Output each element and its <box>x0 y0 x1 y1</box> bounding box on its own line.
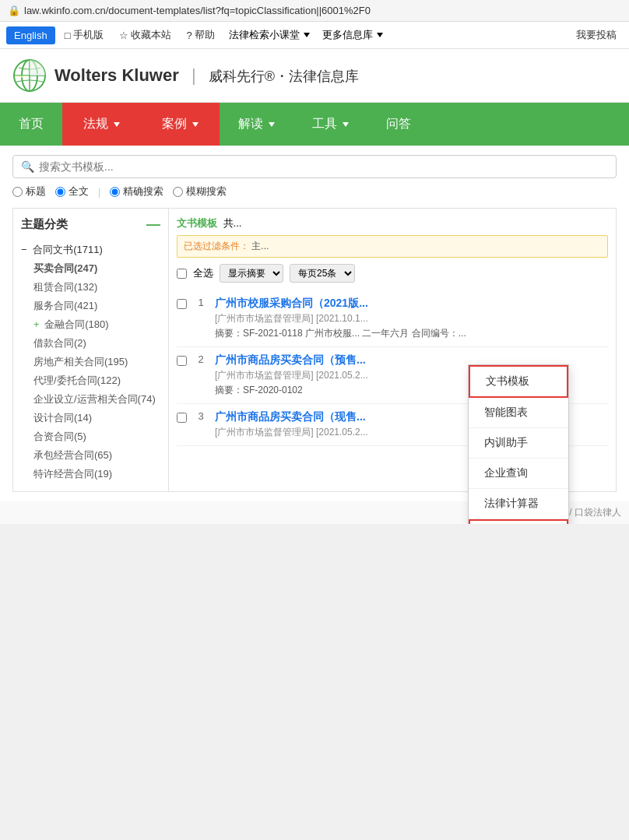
results-header: 文书模板 共... <box>177 216 608 230</box>
english-button[interactable]: English <box>6 26 55 44</box>
result-num-2: 2 <box>193 353 209 365</box>
collapse-icon[interactable]: — <box>146 216 160 233</box>
result-item-1: 1 广州市校服采购合同（2021版... [广州市市场监督管理局] [2021.… <box>177 290 608 347</box>
result-num-3: 3 <box>193 410 209 422</box>
top-utility-bar: English □ 手机版 ☆ 收藏本站 ? 帮助 法律检索小课堂 更多信息库 … <box>0 22 629 49</box>
nav-cases[interactable]: 案例 <box>141 103 220 146</box>
tree-item-sale-contracts[interactable]: 买卖合同(247) <box>21 259 160 278</box>
logo-globe <box>12 58 47 93</box>
main-nav: 首页 法规 案例 解读 工具 问答 <box>0 103 629 146</box>
menu-item-enterprise-query[interactable]: 企业查询 <box>469 459 568 489</box>
content-area: 🔍 标题 全文 | 精确搜索 模糊搜索 主题分类 — <box>0 146 629 501</box>
search-icon: 🔍 <box>21 160 34 173</box>
result-meta-3: [广州市市场监督管理局] [2021.05.2... <box>215 426 608 439</box>
show-summary-select[interactable]: 显示摘要 <box>220 264 283 283</box>
sidebar: 主题分类 — − 合同文书(1711) 买卖合同(247) 租赁合同(132) … <box>12 208 168 492</box>
result-meta-2: [广州市市场监督管理局] [2021.05.2... <box>215 369 608 382</box>
per-page-select[interactable]: 每页25条 <box>290 264 355 283</box>
result-content-1: 广州市校服采购合同（2021版... [广州市市场监督管理局] [2021.10… <box>215 297 608 340</box>
chevron-down-icon <box>304 33 310 37</box>
chevron-down-icon <box>192 122 199 127</box>
results-area: 文书模板 共... 已选过滤条件： 主... 全选 显示摘要 每页25条 <box>168 208 617 492</box>
tree-item-enterprise-contracts[interactable]: 企业设立/运营相关合同(74) <box>21 390 160 409</box>
result-checkbox-3[interactable] <box>177 413 187 423</box>
tree-item-finance-contracts[interactable]: + 金融合同(180) <box>21 315 160 334</box>
nav-home[interactable]: 首页 <box>0 103 62 146</box>
result-num-1: 1 <box>193 297 209 308</box>
tree-item-lease-contracts[interactable]: 租赁合同(132) <box>21 278 160 297</box>
chevron-down-icon <box>377 33 383 37</box>
nav-tools[interactable]: 工具 <box>293 103 367 146</box>
result-title-2[interactable]: 广州市商品房买卖合同（预售... <box>215 353 608 367</box>
nav-qa[interactable]: 问答 <box>367 103 430 146</box>
tree-item-agency-contracts[interactable]: 代理/委托合同(122) <box>21 371 160 390</box>
result-summary-1: 摘要：SF-2021-0118 广州市校服... 二一年六月 合同编号：... <box>215 327 608 340</box>
browser-url: law.wkinfo.com.cn/document-templates/lis… <box>24 5 371 16</box>
option-fuzzy[interactable]: 模糊搜索 <box>173 185 227 199</box>
chevron-down-icon <box>269 122 275 127</box>
tree-item-contracts[interactable]: − 合同文书(1711) <box>21 241 160 259</box>
tree-item-jv-contracts[interactable]: 合资合同(5) <box>21 427 160 446</box>
brand-name: Wolters Kluwer | 威科先行®・法律信息库 <box>54 65 359 86</box>
sidebar-title: 主题分类 — <box>21 216 160 233</box>
result-meta-1: [广州市市场监督管理局] [2021.10.1... <box>215 312 608 325</box>
tree-item-outsource-contracts[interactable]: 承包经营合同(65) <box>21 446 160 465</box>
nav-interpretation[interactable]: 解读 <box>220 103 293 146</box>
help-button[interactable]: ? 帮助 <box>181 25 221 45</box>
bookmark-button[interactable]: ☆ 收藏本站 <box>113 25 177 45</box>
result-checkbox-2[interactable] <box>177 356 187 366</box>
search-input[interactable] <box>39 160 608 173</box>
result-title-3[interactable]: 广州市商品房买卖合同（现售... <box>215 410 608 424</box>
logo-bar: Wolters Kluwer | 威科先行®・法律信息库 <box>0 49 629 103</box>
browser-bar: 🔒 law.wkinfo.com.cn/document-templates/l… <box>0 0 629 22</box>
result-content-3: 广州市商品房买卖合同（现售... [广州市市场监督管理局] [2021.05.2… <box>215 410 608 439</box>
results-controls: 全选 显示摘要 每页25条 <box>177 264 608 283</box>
select-all-label: 全选 <box>193 266 213 280</box>
star-icon: ☆ <box>119 30 128 41</box>
tree-item-design-contracts[interactable]: 设计合同(14) <box>21 409 160 427</box>
option-title[interactable]: 标题 <box>12 185 46 199</box>
breadcrumb-template[interactable]: 文书模板 <box>177 216 217 230</box>
select-all-checkbox[interactable] <box>177 269 187 279</box>
question-icon: ? <box>187 30 192 41</box>
mobile-button[interactable]: □ 手机版 <box>58 25 110 45</box>
tree-item-franchise-contracts[interactable]: 特许经营合同(19) <box>21 465 160 483</box>
main-layout: 主题分类 — − 合同文书(1711) 买卖合同(247) 租赁合同(132) … <box>12 208 617 492</box>
search-options: 标题 全文 | 精确搜索 模糊搜索 <box>12 185 617 199</box>
lock-icon: 🔒 <box>8 5 20 16</box>
result-checkbox-1[interactable] <box>177 299 187 309</box>
tree-item-service-contracts[interactable]: 服务合同(421) <box>21 297 160 315</box>
result-title-1[interactable]: 广州市校服采购合同（2021版... <box>215 297 608 311</box>
option-fulltext[interactable]: 全文 <box>55 185 89 199</box>
watermark: 头条 / 口袋法律人 <box>0 501 629 524</box>
tree-item-loan-contracts[interactable]: 借款合同(2) <box>21 334 160 353</box>
tree-item-realestate-contracts[interactable]: 房地产相关合同(195) <box>21 353 160 371</box>
chevron-down-icon <box>114 122 120 127</box>
nav-laws[interactable]: 法规 <box>62 103 141 146</box>
option-precise[interactable]: 精确搜索 <box>110 185 163 199</box>
chevron-down-icon <box>343 122 349 127</box>
search-box[interactable]: 🔍 <box>12 155 617 178</box>
course-dropdown[interactable]: 法律检索小课堂 <box>224 25 314 45</box>
result-summary-2: 摘要：SF-2020-0102 <box>215 384 608 397</box>
filter-bar: 已选过滤条件： 主... <box>177 235 608 258</box>
result-item-3: 3 广州市商品房买卖合同（现售... [广州市市场监督管理局] [2021.05… <box>177 404 608 446</box>
more-db-dropdown[interactable]: 更多信息库 <box>318 25 388 45</box>
mobile-icon: □ <box>65 30 71 41</box>
submit-button[interactable]: 我要投稿 <box>570 25 623 45</box>
result-item-2: 2 广州市商品房买卖合同（预售... [广州市市场监督管理局] [2021.05… <box>177 347 608 404</box>
result-content-2: 广州市商品房买卖合同（预售... [广州市市场监督管理局] [2021.05.2… <box>215 353 608 397</box>
sidebar-tree: − 合同文书(1711) 买卖合同(247) 租赁合同(132) 服务合同(42… <box>21 241 160 483</box>
